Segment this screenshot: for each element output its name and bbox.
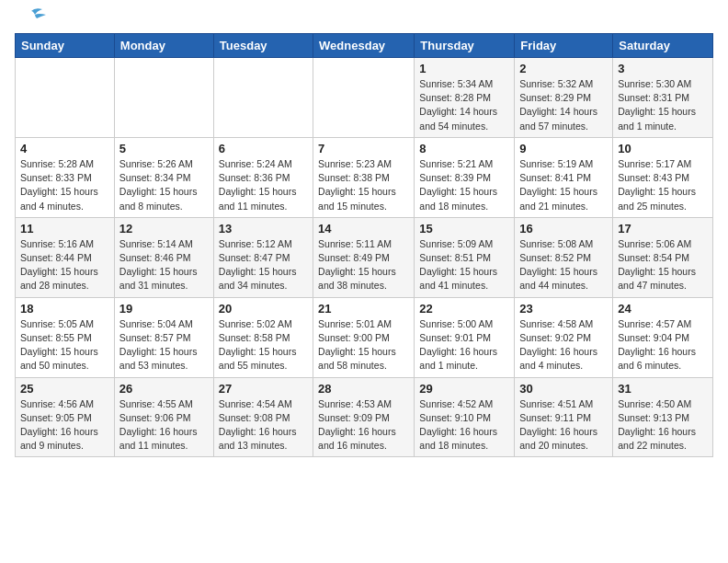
day-info: Sunrise: 5:02 AM Sunset: 8:58 PM Dayligh… <box>219 317 308 373</box>
calendar-cell: 27Sunrise: 4:54 AM Sunset: 9:08 PM Dayli… <box>213 377 313 457</box>
day-number: 15 <box>419 222 509 236</box>
day-header-sunday: Sunday <box>16 34 115 58</box>
logo-bird-icon <box>17 7 46 26</box>
calendar-cell: 28Sunrise: 4:53 AM Sunset: 9:09 PM Dayli… <box>313 377 415 457</box>
calendar-cell: 9Sunrise: 5:19 AM Sunset: 8:41 PM Daylig… <box>515 137 613 217</box>
day-number: 23 <box>519 302 608 316</box>
calendar-cell: 4Sunrise: 5:28 AM Sunset: 8:33 PM Daylig… <box>16 137 115 217</box>
calendar-cell: 23Sunrise: 4:58 AM Sunset: 9:02 PM Dayli… <box>515 297 613 377</box>
day-number: 30 <box>519 382 608 396</box>
calendar-week-row: 1Sunrise: 5:34 AM Sunset: 8:28 PM Daylig… <box>16 58 713 138</box>
calendar-cell: 12Sunrise: 5:14 AM Sunset: 8:46 PM Dayli… <box>114 217 213 297</box>
calendar-cell: 6Sunrise: 5:24 AM Sunset: 8:36 PM Daylig… <box>213 137 313 217</box>
day-info: Sunrise: 4:53 AM Sunset: 9:09 PM Dayligh… <box>318 397 409 454</box>
day-number: 19 <box>119 302 209 316</box>
calendar-week-row: 4Sunrise: 5:28 AM Sunset: 8:33 PM Daylig… <box>16 137 713 217</box>
calendar-cell: 8Sunrise: 5:21 AM Sunset: 8:39 PM Daylig… <box>415 137 515 217</box>
calendar-cell: 21Sunrise: 5:01 AM Sunset: 9:00 PM Dayli… <box>313 297 415 377</box>
calendar-cell <box>213 58 313 138</box>
calendar-cell: 3Sunrise: 5:30 AM Sunset: 8:31 PM Daylig… <box>613 58 713 138</box>
calendar-cell <box>16 58 115 138</box>
day-info: Sunrise: 5:24 AM Sunset: 8:36 PM Dayligh… <box>219 157 308 213</box>
day-info: Sunrise: 5:04 AM Sunset: 8:57 PM Dayligh… <box>119 317 209 373</box>
day-header-saturday: Saturday <box>613 34 713 58</box>
calendar-cell: 15Sunrise: 5:09 AM Sunset: 8:51 PM Dayli… <box>415 217 515 297</box>
calendar-cell: 31Sunrise: 4:50 AM Sunset: 9:13 PM Dayli… <box>613 377 713 457</box>
day-number: 9 <box>519 142 608 155</box>
calendar-cell: 30Sunrise: 4:51 AM Sunset: 9:11 PM Dayli… <box>515 377 613 457</box>
day-info: Sunrise: 5:30 AM Sunset: 8:31 PM Dayligh… <box>618 77 708 133</box>
day-info: Sunrise: 4:50 AM Sunset: 9:13 PM Dayligh… <box>618 397 708 454</box>
calendar-cell: 7Sunrise: 5:23 AM Sunset: 8:38 PM Daylig… <box>313 137 415 217</box>
calendar-cell: 19Sunrise: 5:04 AM Sunset: 8:57 PM Dayli… <box>114 297 213 377</box>
day-number: 5 <box>119 142 209 155</box>
calendar-table: SundayMondayTuesdayWednesdayThursdayFrid… <box>15 33 713 457</box>
day-info: Sunrise: 4:57 AM Sunset: 9:04 PM Dayligh… <box>618 317 708 373</box>
calendar-cell: 18Sunrise: 5:05 AM Sunset: 8:55 PM Dayli… <box>16 297 115 377</box>
calendar-cell <box>114 58 213 138</box>
day-number: 11 <box>20 222 109 236</box>
day-number: 29 <box>419 382 509 396</box>
logo <box>15 15 46 26</box>
day-info: Sunrise: 5:21 AM Sunset: 8:39 PM Dayligh… <box>419 157 509 213</box>
calendar-cell: 24Sunrise: 4:57 AM Sunset: 9:04 PM Dayli… <box>613 297 713 377</box>
day-number: 21 <box>318 302 409 316</box>
calendar-cell: 16Sunrise: 5:08 AM Sunset: 8:52 PM Dayli… <box>515 217 613 297</box>
calendar-cell: 2Sunrise: 5:32 AM Sunset: 8:29 PM Daylig… <box>515 58 613 138</box>
day-number: 18 <box>20 302 109 316</box>
day-number: 6 <box>219 142 308 155</box>
day-number: 24 <box>618 302 708 316</box>
day-number: 17 <box>618 222 708 236</box>
calendar-cell: 13Sunrise: 5:12 AM Sunset: 8:47 PM Dayli… <box>213 217 313 297</box>
day-number: 8 <box>419 142 509 155</box>
day-info: Sunrise: 4:51 AM Sunset: 9:11 PM Dayligh… <box>519 397 608 454</box>
day-number: 7 <box>318 142 409 155</box>
day-number: 12 <box>119 222 209 236</box>
day-header-monday: Monday <box>114 34 213 58</box>
day-info: Sunrise: 5:01 AM Sunset: 9:00 PM Dayligh… <box>318 317 409 373</box>
day-header-thursday: Thursday <box>415 34 515 58</box>
day-number: 2 <box>519 62 608 75</box>
day-info: Sunrise: 5:08 AM Sunset: 8:52 PM Dayligh… <box>519 237 608 293</box>
calendar-cell: 29Sunrise: 4:52 AM Sunset: 9:10 PM Dayli… <box>415 377 515 457</box>
calendar-cell: 22Sunrise: 5:00 AM Sunset: 9:01 PM Dayli… <box>415 297 515 377</box>
day-number: 20 <box>219 302 308 316</box>
day-number: 3 <box>618 62 708 75</box>
day-header-wednesday: Wednesday <box>313 34 415 58</box>
day-info: Sunrise: 5:00 AM Sunset: 9:01 PM Dayligh… <box>419 317 509 373</box>
day-info: Sunrise: 5:05 AM Sunset: 8:55 PM Dayligh… <box>20 317 109 373</box>
day-info: Sunrise: 4:55 AM Sunset: 9:06 PM Dayligh… <box>119 397 209 454</box>
day-info: Sunrise: 5:06 AM Sunset: 8:54 PM Dayligh… <box>618 237 708 293</box>
day-number: 14 <box>318 222 409 236</box>
day-number: 25 <box>20 382 109 396</box>
page-header <box>15 15 713 26</box>
calendar-cell: 26Sunrise: 4:55 AM Sunset: 9:06 PM Dayli… <box>114 377 213 457</box>
day-number: 4 <box>20 142 109 155</box>
day-number: 26 <box>119 382 209 396</box>
day-number: 1 <box>419 62 509 75</box>
day-info: Sunrise: 5:23 AM Sunset: 8:38 PM Dayligh… <box>318 157 409 213</box>
calendar-cell: 1Sunrise: 5:34 AM Sunset: 8:28 PM Daylig… <box>415 58 515 138</box>
day-header-tuesday: Tuesday <box>213 34 313 58</box>
day-info: Sunrise: 5:09 AM Sunset: 8:51 PM Dayligh… <box>419 237 509 293</box>
day-info: Sunrise: 5:26 AM Sunset: 8:34 PM Dayligh… <box>119 157 209 213</box>
day-info: Sunrise: 5:19 AM Sunset: 8:41 PM Dayligh… <box>519 157 608 213</box>
day-info: Sunrise: 4:58 AM Sunset: 9:02 PM Dayligh… <box>519 317 608 373</box>
calendar-cell <box>313 58 415 138</box>
day-info: Sunrise: 5:34 AM Sunset: 8:28 PM Dayligh… <box>419 77 509 133</box>
day-header-friday: Friday <box>515 34 613 58</box>
calendar-cell: 25Sunrise: 4:56 AM Sunset: 9:05 PM Dayli… <box>16 377 115 457</box>
calendar-cell: 14Sunrise: 5:11 AM Sunset: 8:49 PM Dayli… <box>313 217 415 297</box>
day-info: Sunrise: 5:28 AM Sunset: 8:33 PM Dayligh… <box>20 157 109 213</box>
day-number: 22 <box>419 302 509 316</box>
day-info: Sunrise: 5:32 AM Sunset: 8:29 PM Dayligh… <box>519 77 608 133</box>
day-info: Sunrise: 5:14 AM Sunset: 8:46 PM Dayligh… <box>119 237 209 293</box>
calendar-cell: 10Sunrise: 5:17 AM Sunset: 8:43 PM Dayli… <box>613 137 713 217</box>
day-number: 10 <box>618 142 708 155</box>
day-info: Sunrise: 5:12 AM Sunset: 8:47 PM Dayligh… <box>219 237 308 293</box>
day-info: Sunrise: 5:16 AM Sunset: 8:44 PM Dayligh… <box>20 237 109 293</box>
day-info: Sunrise: 5:17 AM Sunset: 8:43 PM Dayligh… <box>618 157 708 213</box>
day-number: 27 <box>219 382 308 396</box>
calendar-cell: 20Sunrise: 5:02 AM Sunset: 8:58 PM Dayli… <box>213 297 313 377</box>
day-number: 16 <box>519 222 608 236</box>
